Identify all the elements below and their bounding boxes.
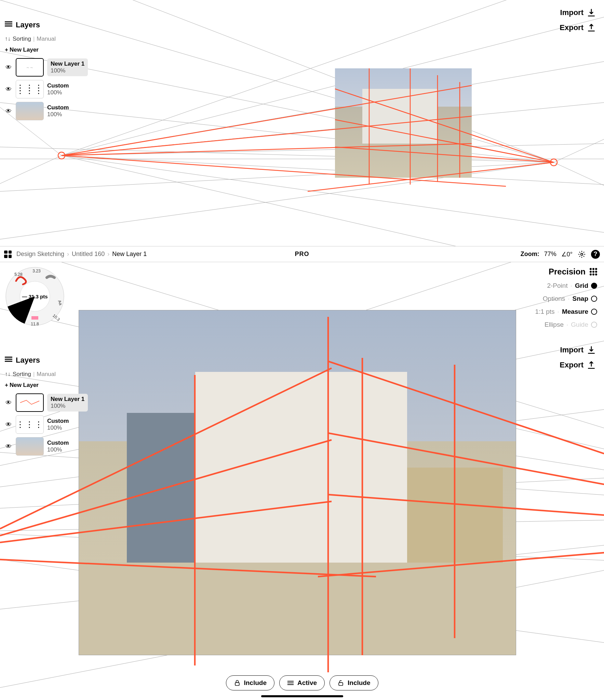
precision-row-measure[interactable]: 1:1 pts· Measure [535,308,597,315]
wheel-label: 3.23 [32,269,41,273]
svg-line-29 [308,162,554,191]
visibility-toggle[interactable]: 👁 [5,399,12,406]
include-label: Include [348,679,371,687]
precision-row-grid[interactable]: 2-Point· Grid [547,282,597,290]
layer-opacity: 100% [47,425,69,431]
settings-icon[interactable] [577,250,586,259]
layer-thumbnail[interactable] [16,437,44,456]
brush-size-display: — 31.3 pts [22,294,48,299]
layer-thumbnail[interactable] [16,393,44,412]
visibility-toggle[interactable]: 👁 [5,86,12,93]
layer-name: New Layer 1 [51,60,84,67]
layers-icon [5,356,12,365]
include-hidden-button[interactable]: Include [330,675,378,690]
export-label: Export [560,361,583,369]
import-icon [587,346,596,354]
io-actions-bottom: Import Export [560,346,596,369]
svg-line-28 [335,147,554,162]
layer-thumbnail[interactable]: ⋮⋮⋮ [16,415,44,434]
photo-foreground [79,563,516,655]
layer-name: Custom [47,82,69,89]
precision-title: Precision [549,267,586,277]
crumb-document[interactable]: Untitled 160 [72,251,105,258]
layer-thumbnail[interactable]: ～～ [16,58,44,77]
layers-header[interactable]: Layers [5,356,90,365]
lock-icon [233,679,240,686]
home-indicator[interactable] [261,695,343,697]
zoom-label: Zoom: [521,251,539,258]
crumb-layer[interactable]: New Layer 1 [112,251,147,258]
precision-panel: Precision 2-Point· Grid Options· Snap 1:… [535,267,597,328]
active-layers-button[interactable]: Active [279,675,325,690]
import-button[interactable]: Import [560,346,596,354]
new-layer-button[interactable]: + New Layer [5,46,90,53]
crumb-workspace[interactable]: Design Sketching [16,251,64,258]
pro-badge: PRO [295,251,309,258]
visibility-toggle[interactable]: 👁 [5,443,12,450]
svg-rect-37 [31,316,38,320]
new-layer-button[interactable]: + New Layer [5,382,90,389]
visibility-toggle[interactable]: 👁 [5,421,12,428]
sort-icon: ↑↓ [5,371,11,378]
active-label: Active [297,679,317,687]
grid-icon [590,268,597,275]
main-app-view: Design Sketching › Untitled 160 › New La… [0,246,604,700]
radio-empty[interactable] [591,309,597,315]
layer-row[interactable]: 👁 New Layer 1 100% [5,393,90,412]
canvas[interactable] [0,262,604,700]
layer-name: New Layer 1 [51,396,84,403]
layer-row[interactable]: 👁 ～～ New Layer 1 100% [5,58,90,77]
sorting-label: Sorting [13,36,31,42]
precision-row-guide: Ellipse· Guide [545,321,597,328]
precision-row-snap[interactable]: Options· Snap [543,295,597,302]
photo-building [195,372,407,563]
layer-opacity: 100% [51,403,84,409]
export-label: Export [560,23,583,32]
visibility-toggle[interactable]: 👁 [5,108,12,115]
apps-menu-icon[interactable] [4,251,12,258]
layer-opacity: 100% [47,446,69,453]
zoom-value[interactable]: 77% [544,251,556,258]
include-locked-button[interactable]: Include [226,675,274,690]
svg-point-34 [581,253,583,255]
help-icon[interactable]: ? [591,250,600,259]
breadcrumb: Design Sketching › Untitled 160 › New La… [16,251,147,258]
top-canvas-view: Layers ↑↓ Sorting | Manual + New Layer 👁… [0,0,604,246]
layer-thumbnail[interactable] [16,102,44,120]
export-button[interactable]: Export [560,23,596,32]
wheel-label: 11.8 [31,322,39,326]
visibility-toggle[interactable]: 👁 [5,64,12,71]
precision-header[interactable]: Precision [549,267,597,277]
bottom-toolbar: Include Active Include [226,675,378,690]
plus-icon: + [5,382,8,389]
radio-filled[interactable] [591,283,597,289]
export-button[interactable]: Export [560,361,596,369]
layers-title: Layers [16,21,40,29]
layer-row[interactable]: 👁 Custom 100% [5,437,90,456]
layer-row[interactable]: 👁 ⋮⋮⋮⋮⋮⋮ Custom 100% [5,80,90,98]
import-button[interactable]: Import [560,8,596,17]
layer-row[interactable]: 👁 ⋮⋮⋮ Custom 100% [5,415,90,434]
import-icon [587,8,596,17]
import-label: Import [560,346,583,354]
radio-empty[interactable] [591,296,597,302]
layer-opacity: 100% [51,67,84,74]
import-label: Import [560,8,583,17]
layers-sorting[interactable]: ↑↓ Sorting| Manual [5,371,90,378]
svg-line-25 [62,156,506,186]
layers-panel-top: Layers ↑↓ Sorting | Manual + New Layer 👁… [5,21,90,124]
canvas-angle[interactable]: ∠0° [561,251,573,258]
perspective-guides-top [0,0,604,246]
layers-sorting[interactable]: ↑↓ Sorting | Manual [5,36,90,42]
plus-icon: + [5,46,8,53]
layers-header[interactable]: Layers [5,21,90,29]
layer-thumbnail[interactable]: ⋮⋮⋮⋮⋮⋮ [16,80,44,98]
export-icon [587,23,596,32]
reference-photo-main [79,310,516,655]
wheel-label: 5.28 [14,272,23,277]
tool-wheel[interactable]: 5.28 3.23 Aa 10.3 11.8 31.3 — 31.3 pts [4,266,66,327]
sorting-mode: Manual [37,36,56,42]
layers-stack-icon [287,679,294,686]
layer-row[interactable]: 👁 Custom 100% [5,102,90,120]
app-bar: Design Sketching › Untitled 160 › New La… [0,246,604,262]
